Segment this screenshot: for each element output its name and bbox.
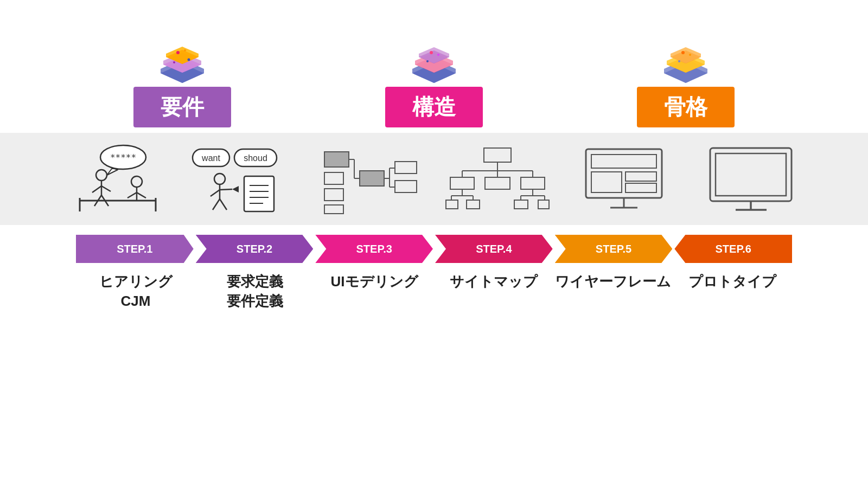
category-kozo: 構造 bbox=[371, 33, 497, 127]
svg-rect-71 bbox=[395, 162, 417, 174]
steps-row: STEP.1 STEP.2 STEP.3 STEP.4 STEP.5 STEP.… bbox=[54, 235, 814, 263]
svg-rect-95 bbox=[538, 200, 549, 209]
step1-arrow: STEP.1 bbox=[76, 235, 194, 263]
svg-rect-100 bbox=[626, 183, 656, 192]
step3-arrow: STEP.3 bbox=[315, 235, 433, 263]
step5-label: STEP.5 bbox=[596, 243, 631, 255]
svg-point-7 bbox=[184, 49, 186, 52]
step4-icon-box bbox=[443, 144, 552, 214]
svg-line-53 bbox=[213, 199, 220, 210]
svg-point-16 bbox=[430, 51, 433, 54]
svg-line-43 bbox=[137, 192, 146, 198]
svg-marker-29 bbox=[107, 168, 118, 175]
svg-line-34 bbox=[101, 186, 111, 191]
svg-rect-87 bbox=[446, 200, 458, 209]
svg-rect-60 bbox=[324, 152, 349, 167]
step5-icon bbox=[580, 144, 667, 214]
step5-desc: ワイヤーフレーム bbox=[553, 272, 673, 311]
svg-rect-74 bbox=[395, 181, 417, 192]
step1-desc2: CJM bbox=[121, 291, 151, 311]
step1-icon: ***** bbox=[72, 144, 164, 214]
svg-point-8 bbox=[173, 61, 175, 63]
svg-rect-96 bbox=[586, 149, 662, 198]
svg-point-40 bbox=[131, 176, 142, 187]
gray-band: ***** bbox=[0, 133, 868, 225]
svg-point-18 bbox=[426, 60, 429, 62]
svg-rect-62 bbox=[324, 189, 343, 201]
svg-rect-89 bbox=[467, 200, 480, 209]
step4-icon bbox=[446, 144, 549, 214]
svg-rect-55 bbox=[244, 176, 274, 211]
svg-line-54 bbox=[220, 199, 227, 210]
step5-arrow: STEP.5 bbox=[555, 235, 673, 263]
step3-icon-box bbox=[316, 144, 425, 214]
svg-text:*****: ***** bbox=[110, 152, 136, 163]
kokkaku-label: 骨格 bbox=[637, 87, 735, 127]
svg-rect-83 bbox=[521, 177, 545, 189]
svg-rect-99 bbox=[626, 172, 656, 181]
svg-point-27 bbox=[678, 60, 680, 62]
step2-label: STEP.2 bbox=[237, 243, 272, 255]
step6-desc: プロトタイプ bbox=[673, 272, 792, 311]
svg-point-48 bbox=[214, 174, 225, 184]
step1-label: STEP.1 bbox=[117, 243, 152, 255]
kozo-label: 構造 bbox=[385, 87, 483, 127]
step1-icon-box: ***** bbox=[63, 144, 172, 214]
step6-desc1: プロトタイプ bbox=[688, 272, 776, 291]
yoken-label: 要件 bbox=[133, 87, 231, 127]
step3-desc: UIモデリング bbox=[315, 272, 434, 311]
kozo-stack-icon bbox=[407, 33, 461, 81]
step4-arrow: STEP.4 bbox=[435, 235, 553, 263]
svg-line-52 bbox=[220, 189, 232, 190]
step1-desc: ヒアリング CJM bbox=[76, 272, 195, 311]
svg-rect-93 bbox=[514, 200, 528, 209]
step6-label: STEP.6 bbox=[716, 243, 751, 255]
svg-rect-63 bbox=[324, 205, 343, 214]
step6-icon-box bbox=[696, 144, 805, 214]
svg-point-17 bbox=[437, 54, 439, 56]
svg-rect-104 bbox=[716, 153, 786, 196]
svg-rect-98 bbox=[591, 172, 622, 192]
step2-arrow: STEP.2 bbox=[196, 235, 314, 263]
step3-desc1: UIモデリング bbox=[331, 272, 418, 291]
step5-desc1: ワイヤーフレーム bbox=[555, 272, 671, 291]
svg-point-25 bbox=[681, 51, 685, 54]
svg-line-50 bbox=[210, 190, 220, 196]
step3-icon bbox=[319, 144, 422, 214]
icons-row: ***** bbox=[54, 144, 814, 214]
svg-rect-103 bbox=[710, 148, 792, 201]
svg-rect-61 bbox=[324, 172, 343, 184]
svg-point-9 bbox=[188, 59, 190, 61]
step6-icon bbox=[706, 144, 795, 214]
step6-arrow: STEP.6 bbox=[674, 235, 792, 263]
svg-marker-51 bbox=[232, 186, 239, 192]
yoken-stack-icon bbox=[155, 33, 209, 81]
category-yoken: 要件 bbox=[119, 33, 245, 127]
step1-desc1: ヒアリング bbox=[99, 272, 173, 291]
svg-rect-81 bbox=[485, 177, 510, 189]
svg-text:want: want bbox=[201, 153, 220, 163]
svg-line-42 bbox=[127, 192, 137, 198]
step2-icon: want shoud bbox=[190, 144, 298, 214]
step4-desc: サイトマップ bbox=[434, 272, 553, 311]
step4-desc1: サイトマップ bbox=[450, 272, 538, 291]
svg-rect-75 bbox=[484, 148, 511, 162]
svg-line-33 bbox=[92, 186, 101, 192]
svg-text:shoud: shoud bbox=[244, 153, 267, 163]
step4-label: STEP.4 bbox=[476, 243, 512, 255]
svg-rect-67 bbox=[360, 171, 384, 186]
labels-row: ヒアリング CJM 要求定義 要件定義 UIモデリング サイトマップ ワイヤーフ… bbox=[54, 272, 814, 311]
svg-point-26 bbox=[689, 54, 691, 56]
step2-desc: 要求定義 要件定義 bbox=[195, 272, 315, 311]
step5-icon-box bbox=[570, 144, 678, 214]
categories-row: 要件 bbox=[54, 33, 814, 127]
kokkaku-stack-icon bbox=[659, 33, 713, 81]
step2-icon-box: want shoud bbox=[190, 144, 298, 214]
svg-point-31 bbox=[96, 170, 107, 181]
step2-desc1: 要求定義 bbox=[227, 272, 283, 291]
page-container: 要件 bbox=[0, 0, 868, 488]
svg-rect-97 bbox=[591, 155, 656, 168]
svg-rect-79 bbox=[450, 177, 474, 189]
step2-desc2: 要件定義 bbox=[227, 291, 283, 311]
svg-point-6 bbox=[176, 51, 180, 54]
